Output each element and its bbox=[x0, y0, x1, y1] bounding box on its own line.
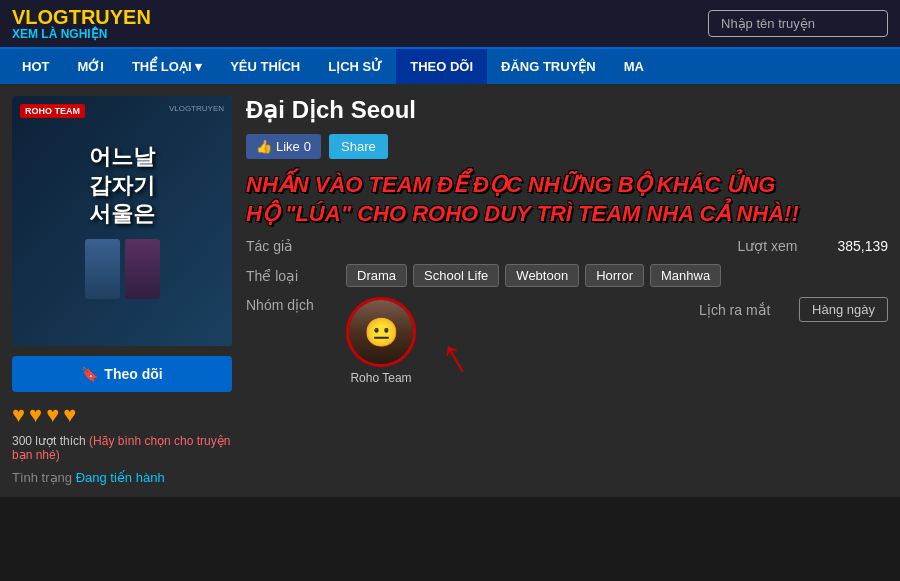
likes-text: 300 lượt thích (Hãy bình chọn cho truyện… bbox=[12, 434, 232, 462]
translator-area: 😐 Roho Team ↑ bbox=[346, 297, 466, 385]
nav-item-dang-truyen[interactable]: ĐĂNG TRUYỆN bbox=[487, 49, 610, 84]
avatar-face: 😐 bbox=[364, 316, 399, 349]
nav-item-moi[interactable]: MỚI bbox=[63, 49, 117, 84]
nav-bar: HOT MỚI THỂ LOẠI ▾ YÊU THÍCH LỊCH SỬ THE… bbox=[0, 49, 900, 84]
nhom-dich-label: Nhóm dịch bbox=[246, 297, 336, 313]
manga-title: Đại Dịch Seoul bbox=[246, 96, 888, 124]
tag-drama[interactable]: Drama bbox=[346, 264, 407, 287]
cover-inner: ROHO TEAM VLOGTRUYEN 어느날 갑자기 서울은 bbox=[12, 96, 232, 346]
translator-name: Roho Team bbox=[350, 371, 411, 385]
tag-manhwa[interactable]: Manhwa bbox=[650, 264, 721, 287]
right-panel: Đại Dịch Seoul 👍 Like 0 Share NHẤN VÀO T… bbox=[246, 96, 888, 485]
nav-item-theo-doi[interactable]: THEO DÕI bbox=[396, 49, 487, 84]
logo: VLOGTRUYEN XEM LÀ NGHIỆN bbox=[12, 6, 151, 41]
like-button[interactable]: 👍 Like 0 bbox=[246, 134, 321, 159]
nav-item-lich-su[interactable]: LỊCH SỬ bbox=[314, 49, 396, 84]
star-2[interactable]: ♥ bbox=[29, 402, 42, 428]
bookmark-icon: 🔖 bbox=[81, 366, 98, 382]
tinh-trang-label: Tình trạng bbox=[12, 470, 72, 485]
logo-sub: XEM LÀ NGHIỆN bbox=[12, 28, 151, 41]
nav-item-yeu-thich[interactable]: YÊU THÍCH bbox=[216, 49, 314, 84]
lich-ra-mat-group: Lịch ra mắt Hàng ngày bbox=[699, 297, 888, 322]
overlay-line-1: NHẤN VÀO TEAM ĐỂ ĐỌC NHỮNG BỘ KHÁC ỦNG bbox=[246, 171, 888, 200]
thumbs-up-icon: 👍 bbox=[256, 139, 272, 154]
figure-1 bbox=[85, 239, 120, 299]
logo-main: VLOGTRUYEN bbox=[12, 6, 151, 28]
luot-xem-label: Lượt xem bbox=[737, 238, 827, 254]
luot-xem-value: 385,139 bbox=[837, 238, 888, 254]
tinh-trang-value: Đang tiến hành bbox=[76, 470, 165, 485]
likes-count: 300 lượt thích bbox=[12, 434, 86, 448]
header: VLOGTRUYEN XEM LÀ NGHIỆN bbox=[0, 0, 900, 49]
stars-row: ♥ ♥ ♥ ♥ bbox=[12, 402, 232, 428]
tags-container: Drama School Life Webtoon Horror Manhwa bbox=[346, 264, 721, 287]
tac-gia-label: Tác giả bbox=[246, 238, 336, 254]
overlay-promotional-text: NHẤN VÀO TEAM ĐỂ ĐỌC NHỮNG BỘ KHÁC ỦNG H… bbox=[246, 171, 888, 228]
share-button[interactable]: Share bbox=[329, 134, 388, 159]
translator-avatar: 😐 bbox=[346, 297, 416, 367]
luot-xem-group: Lượt xem 385,139 bbox=[737, 238, 888, 254]
tag-webtoon[interactable]: Webtoon bbox=[505, 264, 579, 287]
like-share-row: 👍 Like 0 Share bbox=[246, 134, 888, 159]
follow-button[interactable]: 🔖 Theo dõi bbox=[12, 356, 232, 392]
left-panel: ROHO TEAM VLOGTRUYEN 어느날 갑자기 서울은 🔖 Theo … bbox=[12, 96, 232, 485]
the-loai-row: Thể loại Drama School Life Webtoon Horro… bbox=[246, 264, 888, 287]
lich-ra-mat-label: Lịch ra mắt bbox=[699, 302, 789, 318]
overlay-line-2: HỘ "LÚA" CHO ROHO DUY TRÌ TEAM NHA CẢ NH… bbox=[246, 200, 888, 229]
cover-korean-title: 어느날 갑자기 서울은 bbox=[89, 143, 155, 229]
tac-gia-row: Tác giả Lượt xem 385,139 bbox=[246, 238, 888, 254]
figure-2 bbox=[125, 239, 160, 299]
star-3[interactable]: ♥ bbox=[46, 402, 59, 428]
star-4[interactable]: ♥ bbox=[63, 402, 76, 428]
main-content: ROHO TEAM VLOGTRUYEN 어느날 갑자기 서울은 🔖 Theo … bbox=[0, 84, 900, 497]
like-label: Like bbox=[276, 139, 300, 154]
tag-horror[interactable]: Horror bbox=[585, 264, 644, 287]
search-input[interactable] bbox=[708, 10, 888, 37]
roho-badge: ROHO TEAM bbox=[20, 104, 85, 118]
nhom-dich-row: Nhóm dịch 😐 Roho Team ↑ Lịch ra mắt Hàng… bbox=[246, 297, 888, 385]
follow-label: Theo dõi bbox=[104, 366, 162, 382]
star-1[interactable]: ♥ bbox=[12, 402, 25, 428]
tag-school-life[interactable]: School Life bbox=[413, 264, 499, 287]
lich-ra-mat-value: Hàng ngày bbox=[799, 297, 888, 322]
nav-item-the-loai[interactable]: THỂ LOẠI ▾ bbox=[118, 49, 216, 84]
nav-item-ma[interactable]: MA bbox=[610, 49, 658, 84]
vlog-watermark: VLOGTRUYEN bbox=[169, 104, 224, 113]
translator-card[interactable]: 😐 Roho Team bbox=[346, 297, 416, 385]
nav-item-hot[interactable]: HOT bbox=[8, 49, 63, 84]
the-loai-label: Thể loại bbox=[246, 268, 336, 284]
manga-cover: ROHO TEAM VLOGTRUYEN 어느날 갑자기 서울은 bbox=[12, 96, 232, 346]
cover-figures bbox=[85, 239, 160, 299]
status-row: Tình trạng Đang tiến hành bbox=[12, 470, 232, 485]
avatar-inner: 😐 bbox=[349, 300, 413, 364]
arrow-icon: ↑ bbox=[428, 325, 479, 388]
like-count: 0 bbox=[304, 139, 311, 154]
logo-area: VLOGTRUYEN XEM LÀ NGHIỆN bbox=[12, 6, 151, 41]
